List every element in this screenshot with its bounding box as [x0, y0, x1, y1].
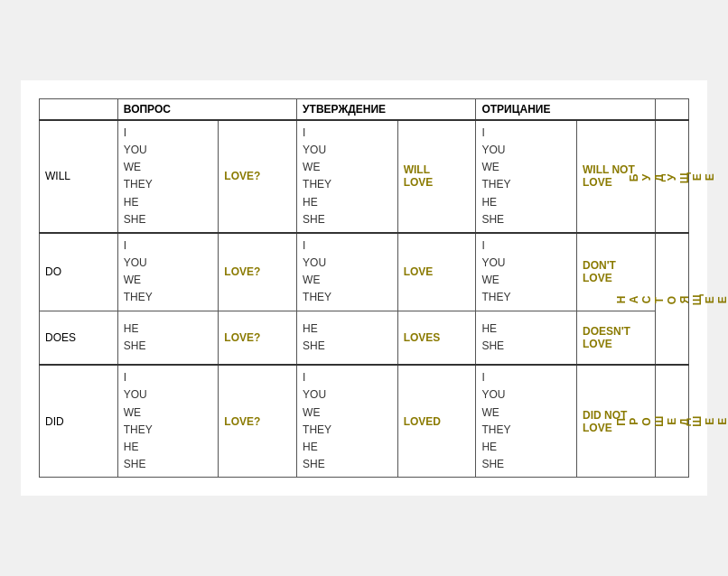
did-negative-pronouns: I YOU WE THEY HE SHE — [476, 365, 577, 478]
grammar-table: ВОПРОС УТВЕРЖДЕНИЕ ОТРИЦАНИЕ WILL I YOU … — [39, 98, 689, 478]
tense-does: DOES — [40, 311, 118, 365]
will-affirmative-pronouns: I YOU WE THEY HE SHE — [297, 120, 398, 233]
will-question-verb: LOVE? — [219, 120, 297, 233]
does-question-verb: LOVE? — [219, 311, 297, 365]
will-affirmative-verb: WILL LOVE — [397, 120, 476, 233]
corner-empty — [40, 98, 118, 120]
do-row: DO I YOU WE THEY LOVE? I YOU WE THEY LOV… — [40, 233, 689, 311]
side-label-present: НАСТОЯЩЕЕ — [655, 233, 688, 365]
do-affirmative-pronouns: I YOU WE THEY — [297, 233, 398, 311]
header-negative: ОТРИЦАНИЕ — [476, 98, 655, 120]
did-affirmative-pronouns: I YOU WE THEY HE SHE — [297, 365, 398, 478]
tense-do: DO — [40, 233, 118, 311]
does-affirmative-verb: LOVES — [397, 311, 476, 365]
does-negative-verb: DOESN'T LOVE — [577, 311, 656, 365]
will-question-pronouns: I YOU WE THEY HE SHE — [117, 120, 219, 233]
does-row: DOES HE SHE LOVE? HE SHE LOVES HE SHE DO… — [40, 311, 689, 365]
do-affirmative-verb: LOVE — [397, 233, 476, 311]
will-negative-pronouns: I YOU WE THEY HE SHE — [476, 120, 577, 233]
side-label-past: ПРОШЕДШЕЕ — [655, 365, 688, 478]
did-affirmative-verb: LOVED — [397, 365, 476, 478]
header-affirmative: УТВЕРЖДЕНИЕ — [297, 98, 476, 120]
did-row: DID I YOU WE THEY HE SHE LOVE? I YOU WE … — [40, 365, 689, 478]
did-question-verb: LOVE? — [219, 365, 297, 478]
do-question-verb: LOVE? — [219, 233, 297, 311]
header-question: ВОПРОС — [117, 98, 296, 120]
does-affirmative-pronouns: HE SHE — [297, 311, 398, 365]
page: ВОПРОС УТВЕРЖДЕНИЕ ОТРИЦАНИЕ WILL I YOU … — [21, 80, 707, 497]
tense-will: WILL — [40, 120, 118, 233]
does-negative-pronouns: HE SHE — [476, 311, 577, 365]
corner-right — [655, 98, 688, 120]
tense-did: DID — [40, 365, 118, 478]
does-question-pronouns: HE SHE — [117, 311, 219, 365]
will-row: WILL I YOU WE THEY HE SHE LOVE? I YOU WE… — [40, 120, 689, 233]
did-question-pronouns: I YOU WE THEY HE SHE — [117, 365, 219, 478]
side-label-future: БУДУЩЕЕ — [655, 120, 688, 233]
do-question-pronouns: I YOU WE THEY — [117, 233, 219, 311]
do-negative-pronouns: I YOU WE THEY — [476, 233, 577, 311]
